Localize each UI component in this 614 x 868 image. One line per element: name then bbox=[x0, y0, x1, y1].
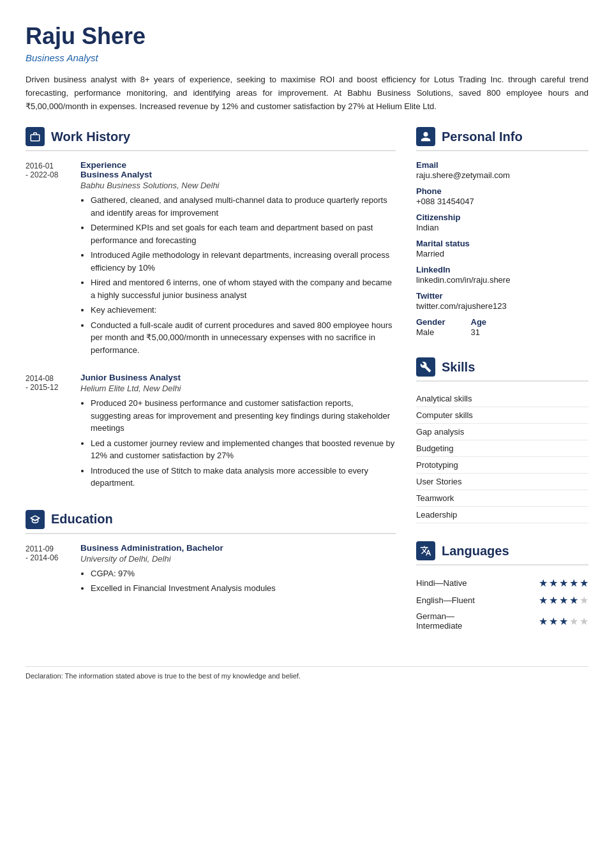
bullet-item: CGPA: 97% bbox=[91, 567, 396, 580]
personal-info-section: Personal Info Email raju.shere@zetymail.… bbox=[416, 127, 588, 343]
declaration-text: Declaration: The information stated abov… bbox=[26, 666, 588, 680]
work-dates-2: 2014-08- 2015-12 bbox=[26, 373, 69, 492]
lang-stars-0: ★ ★ ★ ★ ★ bbox=[539, 577, 588, 589]
work-entry-2: 2014-08- 2015-12 Junior Business Analyst… bbox=[26, 373, 396, 492]
lang-stars-1: ★ ★ ★ ★ ★ bbox=[539, 594, 588, 606]
star: ★ bbox=[539, 594, 548, 606]
star: ★ bbox=[559, 594, 568, 606]
bullet-item: Gathered, cleaned, and analysed multi-ch… bbox=[91, 194, 396, 219]
linkedin-value: linkedin.com/in/raju.shere bbox=[416, 275, 588, 285]
person-icon bbox=[420, 131, 431, 142]
company-1: Babhu Business Solutions, New Delhi bbox=[80, 181, 396, 190]
phone-label: Phone bbox=[416, 186, 588, 196]
translate-icon bbox=[420, 545, 431, 557]
star: ★ bbox=[549, 615, 558, 627]
edu-body-1: Business Administration, Bachelor Univer… bbox=[80, 543, 396, 597]
lang-name-0: Hindi—Native bbox=[416, 578, 467, 588]
phone-value: +088 31454047 bbox=[416, 197, 588, 206]
star: ★ bbox=[580, 577, 588, 589]
job-title-1: ExperienceBusiness Analyst bbox=[80, 160, 396, 179]
edu-bullets-1: CGPA: 97% Excelled in Financial Investme… bbox=[80, 567, 396, 595]
star: ★ bbox=[549, 577, 558, 589]
marital-label: Marital status bbox=[416, 239, 588, 248]
bullet-item: Determined KPIs and set goals for each t… bbox=[91, 221, 396, 246]
edu-institution-1: University of Delhi, Delhi bbox=[80, 554, 396, 564]
skills-icon bbox=[416, 357, 435, 377]
skills-header: Skills bbox=[416, 357, 588, 382]
candidate-title: Business Analyst bbox=[26, 52, 588, 63]
bullet-item: Led a customer journey review and implem… bbox=[91, 437, 396, 462]
job-title-2: Junior Business Analyst bbox=[80, 373, 396, 382]
citizenship-block: Citizenship Indian bbox=[416, 213, 588, 232]
skill-item-4: Prototyping bbox=[416, 457, 588, 474]
bullet-item: Introduced the use of Stitch to make dat… bbox=[91, 465, 396, 490]
tools-icon bbox=[420, 361, 431, 373]
lang-name-1: English—Fluent bbox=[416, 595, 475, 605]
languages-section: Languages Hindi—Native ★ ★ ★ ★ ★ English… bbox=[416, 541, 588, 633]
bullet-item: Introduced Agile methodology in relevant… bbox=[91, 249, 396, 274]
education-title: Education bbox=[51, 512, 113, 527]
education-icon bbox=[26, 510, 45, 529]
work-body-1: ExperienceBusiness Analyst Babhu Busines… bbox=[80, 160, 396, 359]
right-column: Personal Info Email raju.shere@zetymail.… bbox=[416, 127, 588, 651]
graduation-icon bbox=[29, 514, 41, 525]
work-history-icon bbox=[26, 127, 45, 146]
twitter-label: Twitter bbox=[416, 291, 588, 301]
bullet-item: Produced 20+ business performance and cu… bbox=[91, 397, 396, 435]
skills-title: Skills bbox=[442, 360, 475, 375]
skill-item-3: Budgeting bbox=[416, 440, 588, 457]
bullet-item: Hired and mentored 6 interns, one of who… bbox=[91, 276, 396, 301]
edu-dates-1: 2011-09- 2014-06 bbox=[26, 543, 69, 597]
briefcase-icon bbox=[29, 131, 41, 142]
skills-section: Skills Analytical skills Computer skills… bbox=[416, 357, 588, 523]
star: ★ bbox=[549, 594, 558, 606]
bullet-item: Conducted a full-scale audit of current … bbox=[91, 319, 396, 357]
skill-item-0: Analytical skills bbox=[416, 391, 588, 407]
twitter-value: twitter.com/rajushere123 bbox=[416, 301, 588, 311]
skills-list: Analytical skills Computer skills Gap an… bbox=[416, 391, 588, 523]
bullet-item: Excelled in Financial Investment Analysi… bbox=[91, 582, 396, 595]
email-block: Email raju.shere@zetymail.com bbox=[416, 160, 588, 180]
skill-item-7: Leadership bbox=[416, 507, 588, 523]
left-column: Work History 2016-01- 2022-08 Experience… bbox=[26, 127, 396, 615]
citizenship-value: Indian bbox=[416, 223, 588, 232]
age-block: Age 31 bbox=[471, 317, 487, 343]
lang-name-2: German—Intermediate bbox=[416, 611, 462, 631]
work-entry-1: 2016-01- 2022-08 ExperienceBusiness Anal… bbox=[26, 160, 396, 359]
lang-row-2: German—Intermediate ★ ★ ★ ★ ★ bbox=[416, 609, 588, 633]
company-2: Helium Elite Ltd, New Delhi bbox=[80, 384, 396, 393]
work-dates-1: 2016-01- 2022-08 bbox=[26, 160, 69, 359]
star: ★ bbox=[539, 615, 548, 627]
education-header: Education bbox=[26, 510, 396, 534]
gender-value: Male bbox=[416, 327, 446, 337]
skill-item-6: Teamwork bbox=[416, 490, 588, 507]
star: ★ bbox=[569, 594, 578, 606]
star: ★ bbox=[559, 577, 568, 589]
marital-value: Married bbox=[416, 249, 588, 258]
skill-item-5: User Stories bbox=[416, 474, 588, 490]
phone-block: Phone +088 31454047 bbox=[416, 186, 588, 206]
work-history-header: Work History bbox=[26, 127, 396, 151]
edu-entry-1: 2011-09- 2014-06 Business Administration… bbox=[26, 543, 396, 597]
edu-degree-1: Business Administration, Bachelor bbox=[80, 543, 396, 553]
work-history-section: Work History 2016-01- 2022-08 Experience… bbox=[26, 127, 396, 492]
education-section: Education 2011-09- 2014-06 Business Admi… bbox=[26, 510, 396, 597]
work-body-2: Junior Business Analyst Helium Elite Ltd… bbox=[80, 373, 396, 492]
age-value: 31 bbox=[471, 327, 487, 337]
star: ★ bbox=[539, 577, 548, 589]
work-bullets-2: Produced 20+ business performance and cu… bbox=[80, 397, 396, 490]
gender-age-row: Gender Male Age 31 bbox=[416, 317, 588, 343]
work-history-title: Work History bbox=[51, 130, 130, 144]
star-empty: ★ bbox=[580, 615, 588, 627]
personal-info-title: Personal Info bbox=[442, 130, 523, 144]
languages-icon bbox=[416, 541, 435, 560]
languages-title: Languages bbox=[442, 544, 509, 558]
work-bullets-1: Gathered, cleaned, and analysed multi-ch… bbox=[80, 194, 396, 356]
gender-block: Gender Male bbox=[416, 317, 446, 343]
star: ★ bbox=[569, 577, 578, 589]
linkedin-label: LinkedIn bbox=[416, 265, 588, 274]
lang-row-0: Hindi—Native ★ ★ ★ ★ ★ bbox=[416, 574, 588, 592]
personal-info-icon bbox=[416, 127, 435, 146]
lang-stars-2: ★ ★ ★ ★ ★ bbox=[539, 615, 588, 627]
email-label: Email bbox=[416, 160, 588, 170]
